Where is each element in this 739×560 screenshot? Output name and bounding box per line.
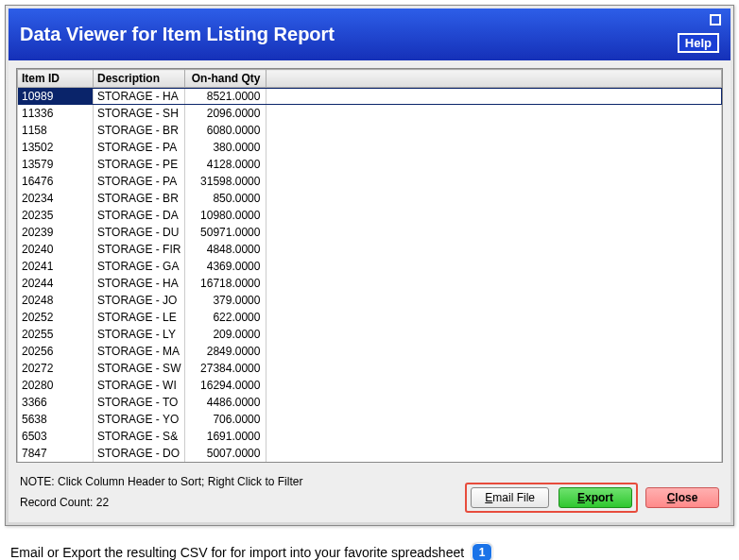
table-row[interactable]: 11336STORAGE - SH2096.0000 [18,105,722,122]
maximize-icon[interactable] [710,14,721,25]
table-row[interactable]: 20235STORAGE - DA10980.0000 [18,207,722,224]
table-row[interactable]: 10989STORAGE - HA8521.0000 [18,88,722,105]
cell-description[interactable]: STORAGE - SW [94,360,185,377]
help-button[interactable]: Help [678,33,719,53]
cell-description[interactable]: STORAGE - HA [94,275,185,292]
table-row[interactable]: 1158STORAGE - BR6080.0000 [18,122,722,139]
table-row[interactable]: 20239STORAGE - DU50971.0000 [18,224,722,241]
cell-description[interactable]: STORAGE - HA [94,88,185,105]
cell-item-id[interactable]: 20280 [18,377,94,394]
cell-qty[interactable]: 6080.0000 [185,122,266,139]
table-row[interactable]: 13579STORAGE - PE4128.0000 [18,156,722,173]
cell-qty[interactable]: 622.0000 [185,309,266,326]
cell-item-id[interactable]: 20256 [18,343,94,360]
cell-qty[interactable]: 50971.0000 [185,224,266,241]
table-row[interactable]: 6503STORAGE - S&1691.0000 [18,428,722,445]
cell-qty[interactable]: 2849.0000 [185,343,266,360]
table-row[interactable]: 7847STORAGE - DO5007.0000 [18,445,722,462]
cell-description[interactable]: STORAGE - DU [94,224,185,241]
cell-qty[interactable]: 4128.0000 [185,156,266,173]
cell-item-id[interactable]: 20272 [18,360,94,377]
cell-qty[interactable]: 1691.0000 [185,428,266,445]
table-row[interactable]: 20256STORAGE - MA2849.0000 [18,343,722,360]
table-row[interactable]: 20244STORAGE - HA16718.0000 [18,275,722,292]
cell-description[interactable]: STORAGE - TO [94,394,185,411]
table-row[interactable]: 16476STORAGE - PA31598.0000 [18,173,722,190]
cell-item-id[interactable]: 5638 [18,411,94,428]
cell-qty[interactable]: 209.0000 [185,326,266,343]
cell-item-id[interactable]: 20239 [18,224,94,241]
cell-description[interactable]: STORAGE - GA [94,258,185,275]
data-grid[interactable]: Item ID Description On-hand Qty 10989STO… [16,68,723,463]
header-onhand-qty[interactable]: On-hand Qty [185,70,266,88]
cell-description[interactable]: STORAGE - LE [94,309,185,326]
cell-qty[interactable]: 706.0000 [185,411,266,428]
cell-description[interactable]: STORAGE - BR [94,190,185,207]
table-row[interactable]: 13502STORAGE - PA380.0000 [18,139,722,156]
email-file-button[interactable]: Email File [471,487,549,508]
cell-item-id[interactable]: 13579 [18,156,94,173]
table-row[interactable]: 20234STORAGE - BR850.0000 [18,190,722,207]
cell-item-id[interactable]: 20235 [18,207,94,224]
cell-item-id[interactable]: 6503 [18,428,94,445]
cell-item-id[interactable]: 20255 [18,326,94,343]
cell-qty[interactable]: 850.0000 [185,190,266,207]
cell-description[interactable]: STORAGE - FIR [94,241,185,258]
table-row[interactable]: 20255STORAGE - LY209.0000 [18,326,722,343]
cell-item-id[interactable]: 13502 [18,139,94,156]
cell-qty[interactable]: 27384.0000 [185,360,266,377]
table-row[interactable]: 20248STORAGE - JO379.0000 [18,292,722,309]
cell-item-id[interactable]: 7847 [18,445,94,462]
cell-description[interactable]: STORAGE - YO [94,411,185,428]
cell-description[interactable]: STORAGE - BR [94,122,185,139]
cell-item-id[interactable]: 20248 [18,292,94,309]
cell-qty[interactable]: 379.0000 [185,292,266,309]
close-button[interactable]: Close [645,487,719,508]
cell-description[interactable]: STORAGE - S& [94,428,185,445]
cell-description[interactable]: STORAGE - PA [94,173,185,190]
cell-item-id[interactable]: 20244 [18,275,94,292]
cell-qty[interactable]: 10980.0000 [185,207,266,224]
cell-item-id[interactable]: 20241 [18,258,94,275]
cell-description[interactable]: STORAGE - PA [94,139,185,156]
table-row[interactable]: 20252STORAGE - LE622.0000 [18,309,722,326]
table-row[interactable]: 20240STORAGE - FIR4848.0000 [18,241,722,258]
cell-description[interactable]: STORAGE - DO [94,445,185,462]
cell-description[interactable]: STORAGE - DA [94,207,185,224]
cell-qty[interactable]: 16718.0000 [185,275,266,292]
table-row[interactable]: 3366STORAGE - TO4486.0000 [18,394,722,411]
cell-item-id[interactable]: 20252 [18,309,94,326]
cell-item-id[interactable]: 3366 [18,394,94,411]
cell-description[interactable]: STORAGE - LY [94,326,185,343]
cell-qty[interactable]: 380.0000 [185,139,266,156]
cell-description[interactable]: STORAGE - JO [94,292,185,309]
cell-qty[interactable]: 5007.0000 [185,445,266,462]
table-row[interactable]: 5638STORAGE - YO706.0000 [18,411,722,428]
table-row[interactable]: 20272STORAGE - SW27384.0000 [18,360,722,377]
header-blank [266,70,722,88]
cell-description[interactable]: STORAGE - SH [94,105,185,122]
cell-item-id[interactable]: 10989 [18,88,94,105]
cell-qty[interactable]: 4848.0000 [185,241,266,258]
cell-description[interactable]: STORAGE - WI [94,377,185,394]
header-description[interactable]: Description [94,70,185,88]
cell-qty[interactable]: 4486.0000 [185,394,266,411]
cell-blank [266,394,722,411]
cell-item-id[interactable]: 20240 [18,241,94,258]
cell-item-id[interactable]: 16476 [18,173,94,190]
cell-item-id[interactable]: 1158 [18,122,94,139]
cell-qty[interactable]: 8521.0000 [185,88,266,105]
export-button[interactable]: Export [559,487,632,508]
cell-qty[interactable]: 16294.0000 [185,377,266,394]
cell-description[interactable]: STORAGE - MA [94,343,185,360]
cell-item-id[interactable]: 11336 [18,105,94,122]
table-row[interactable]: 20241STORAGE - GA4369.0000 [18,258,722,275]
cell-item-id[interactable]: 20234 [18,190,94,207]
cell-qty[interactable]: 31598.0000 [185,173,266,190]
cell-qty[interactable]: 2096.0000 [185,105,266,122]
table-row[interactable]: 20280STORAGE - WI16294.0000 [18,377,722,394]
cell-blank [266,258,722,275]
cell-description[interactable]: STORAGE - PE [94,156,185,173]
header-item-id[interactable]: Item ID [18,70,94,88]
cell-qty[interactable]: 4369.0000 [185,258,266,275]
